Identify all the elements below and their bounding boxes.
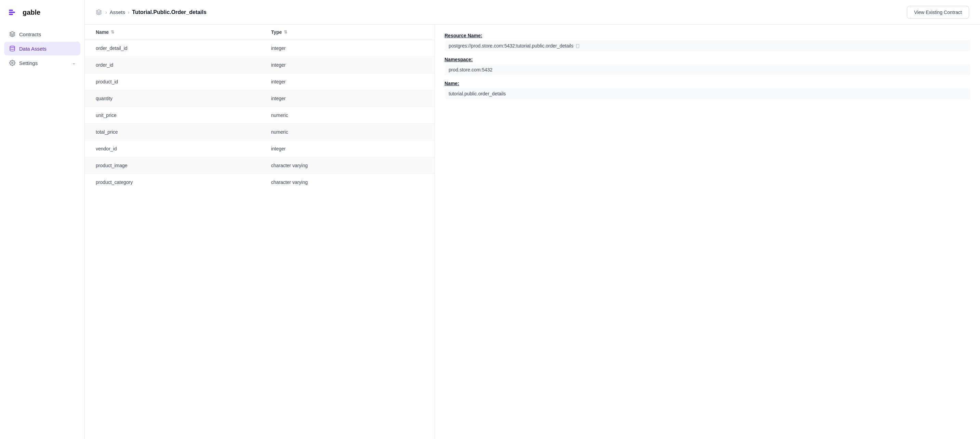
column-header-type[interactable]: Type ⇅ (260, 25, 434, 40)
data-table-area: Name ⇅ Type ⇅ order_detail_idin (85, 25, 435, 439)
gable-logo-icon (8, 7, 19, 18)
table-row: quantityinteger (85, 90, 434, 107)
breadcrumb: › Assets › Tutorial.Public.Order_details (96, 9, 207, 16)
cell-name: order_detail_id (85, 40, 260, 57)
cell-type: character varying (260, 174, 434, 191)
sidebar: gable Contracts Data Asse (0, 0, 85, 439)
sidebar-item-data-assets[interactable]: Data Assets (4, 42, 80, 56)
sidebar-item-settings[interactable]: Settings ⌄ (4, 56, 80, 70)
cell-type: integer (260, 90, 434, 107)
cell-name: product_category (85, 174, 260, 191)
cell-name: unit_price (85, 107, 260, 124)
copy-resource-name-icon[interactable]: ⎕ (576, 43, 579, 49)
namespace-text: prod.store.com:5432 (449, 67, 492, 73)
name-text: tutorial.public.order_details (449, 91, 506, 96)
table-row: unit_pricenumeric (85, 107, 434, 124)
cell-name: product_id (85, 73, 260, 90)
sidebar-item-settings-label: Settings (19, 60, 38, 66)
svg-rect-1 (9, 12, 15, 13)
svg-marker-3 (10, 32, 15, 35)
header: › Assets › Tutorial.Public.Order_details… (85, 0, 980, 25)
svg-rect-2 (9, 14, 13, 15)
cell-name: order_id (85, 57, 260, 73)
side-panel: Resource Name: postgres://prod.store.com… (435, 25, 980, 439)
table-row: product_imagecharacter varying (85, 157, 434, 174)
cell-type: character varying (260, 157, 434, 174)
cell-type: integer (260, 57, 434, 73)
cell-name: quantity (85, 90, 260, 107)
logo-area: gable (0, 0, 84, 25)
column-header-name[interactable]: Name ⇅ (85, 25, 260, 40)
table-row: order_idinteger (85, 57, 434, 73)
svg-point-5 (12, 62, 13, 64)
cell-name: vendor_id (85, 140, 260, 157)
cell-type: integer (260, 140, 434, 157)
name-value: tutorial.public.order_details (444, 88, 970, 99)
cell-type: integer (260, 73, 434, 90)
database-icon (9, 45, 16, 52)
table-body: order_detail_idintegerorder_idintegerpro… (85, 40, 434, 191)
svg-point-4 (10, 46, 15, 48)
resource-name-section: Resource Name: postgres://prod.store.com… (444, 33, 970, 51)
table-row: product_categorycharacter varying (85, 174, 434, 191)
namespace-value: prod.store.com:5432 (444, 64, 970, 75)
cell-type: numeric (260, 107, 434, 124)
table-row: vendor_idinteger (85, 140, 434, 157)
breadcrumb-current: Tutorial.Public.Order_details (132, 9, 207, 15)
data-table: Name ⇅ Type ⇅ order_detail_idin (85, 25, 434, 191)
content-area: Name ⇅ Type ⇅ order_detail_idin (85, 25, 980, 439)
column-name-label: Name (96, 29, 109, 35)
resource-name-label: Resource Name: (444, 33, 970, 38)
view-existing-contract-button[interactable]: View Existing Contract (907, 6, 969, 19)
settings-icon (9, 59, 16, 66)
name-label: Name: (444, 81, 970, 86)
resource-name-text: postgres://prod.store.com:5432:tutorial.… (449, 43, 573, 49)
sidebar-item-data-assets-label: Data Assets (19, 46, 46, 52)
cell-type: numeric (260, 124, 434, 140)
chevron-down-icon: ⌄ (72, 60, 76, 65)
resource-name-value: postgres://prod.store.com:5432:tutorial.… (444, 40, 970, 51)
svg-rect-0 (9, 10, 13, 11)
table-row: order_detail_idinteger (85, 40, 434, 57)
cell-name: total_price (85, 124, 260, 140)
name-section: Name: tutorial.public.order_details (444, 81, 970, 99)
table-row: total_pricenumeric (85, 124, 434, 140)
svg-marker-6 (96, 10, 102, 12)
logo-text: gable (22, 8, 40, 16)
breadcrumb-separator-1: › (105, 10, 107, 15)
table-header-row: Name ⇅ Type ⇅ (85, 25, 434, 40)
breadcrumb-separator-2: › (128, 10, 130, 15)
main-content: › Assets › Tutorial.Public.Order_details… (85, 0, 980, 439)
column-type-label: Type (271, 29, 282, 35)
cell-name: product_image (85, 157, 260, 174)
sidebar-item-contracts[interactable]: Contracts (4, 27, 80, 41)
breadcrumb-layers-icon (96, 9, 103, 16)
cell-type: integer (260, 40, 434, 57)
sort-name-icon[interactable]: ⇅ (111, 30, 114, 35)
breadcrumb-assets[interactable]: Assets (110, 9, 125, 15)
namespace-label: Namespace: (444, 57, 970, 62)
sidebar-item-contracts-label: Contracts (19, 32, 41, 37)
table-row: product_idinteger (85, 73, 434, 90)
sidebar-nav: Contracts Data Assets Settings (0, 25, 84, 73)
namespace-section: Namespace: prod.store.com:5432 (444, 57, 970, 75)
layers-icon (9, 31, 16, 38)
sort-type-icon[interactable]: ⇅ (284, 30, 287, 35)
